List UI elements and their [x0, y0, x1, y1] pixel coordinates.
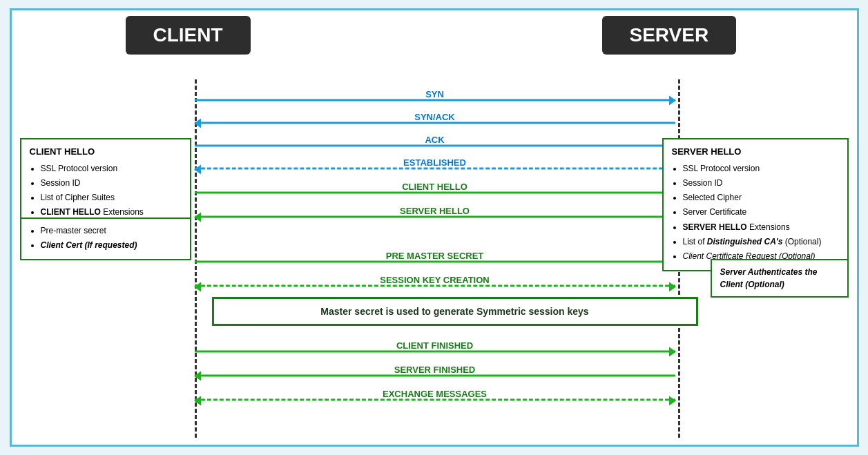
- pre-master-box: Pre-master secret Client Cert (If reques…: [20, 217, 191, 260]
- pre-master-label: PRE MASTER SECRET: [386, 251, 484, 261]
- client-header: CLIENT: [126, 16, 251, 55]
- client-hello-item-2: Session ID: [41, 177, 182, 190]
- syn-label: SYN: [425, 89, 444, 99]
- server-finished-arrow: SERVER FINISHED: [195, 365, 675, 386]
- session-key-line: [195, 285, 675, 287]
- syn-ack-label: SYN/ACK: [414, 112, 455, 122]
- client-hello-item-1: SSL Protocol version: [41, 162, 182, 175]
- server-hello-item-1: SSL Protocol version: [683, 162, 839, 175]
- master-secret-text: Master secret is used to generate Symmet…: [320, 306, 588, 317]
- syn-arrow-line: [195, 99, 675, 101]
- session-key-label: SESSION KEY CREATION: [380, 275, 489, 285]
- client-hello-item-3: List of Cipher Suites: [41, 191, 182, 204]
- exchange-messages-arrow: EXCHANGE MESSAGES: [195, 389, 675, 410]
- server-hello-item-3: Selected Cipher: [683, 191, 839, 204]
- pre-master-item-2: Client Cert (If requested): [41, 239, 182, 252]
- ack-line: [195, 145, 675, 147]
- server-auth-text: Server Authenticates theClient (Optional…: [720, 266, 839, 291]
- server-hello-label: SERVER HELLO: [400, 206, 470, 216]
- server-hello-box: SERVER HELLO SSL Protocol version Sessio…: [662, 138, 849, 271]
- client-hello-list: SSL Protocol version Session ID List of …: [30, 162, 182, 220]
- pre-master-line: [195, 261, 675, 263]
- server-hello-box-title: SERVER HELLO: [672, 145, 839, 159]
- server-hello-item-6: List of Distinguished CA's (Optional): [683, 235, 839, 249]
- server-finished-line: [195, 375, 675, 377]
- established-line: [195, 168, 675, 170]
- syn-ack-arrow: SYN/ACK: [195, 113, 675, 133]
- pre-master-item-1: Pre-master secret: [41, 224, 182, 238]
- server-hello-list: SSL Protocol version Session ID Selected…: [672, 162, 839, 263]
- ack-label: ACK: [425, 135, 444, 145]
- established-arrow: ESTABLISHED: [195, 158, 675, 179]
- server-hello-arrow: SERVER HELLO: [195, 206, 675, 227]
- established-label: ESTABLISHED: [403, 157, 466, 168]
- exchange-messages-line: [195, 399, 675, 401]
- master-secret-box: Master secret is used to generate Symmet…: [212, 297, 698, 326]
- session-key-arrow: SESSION KEY CREATION: [195, 275, 675, 296]
- client-hello-line: [195, 192, 675, 194]
- diagram-container: CLIENT SERVER SYN SYN/ACK ACK ESTABLISHE…: [10, 8, 859, 447]
- server-hello-line: [195, 216, 675, 218]
- syn-arrow: SYN: [195, 90, 675, 110]
- client-finished-line: [195, 351, 675, 353]
- server-label: SERVER: [630, 24, 709, 46]
- pre-master-arrow: PRE MASTER SECRET: [195, 251, 675, 272]
- client-finished-arrow: CLIENT FINISHED: [195, 341, 675, 362]
- server-finished-label: SERVER FINISHED: [394, 365, 476, 375]
- client-finished-label: CLIENT FINISHED: [396, 340, 473, 351]
- server-hello-item-5: SERVER HELLO Extensions: [683, 221, 839, 234]
- pre-master-list: Pre-master secret Client Cert (If reques…: [30, 224, 182, 252]
- server-header: SERVER: [602, 16, 737, 55]
- client-hello-box-title: CLIENT HELLO: [30, 145, 182, 159]
- server-hello-item-2: Session ID: [683, 177, 839, 190]
- client-hello-box: CLIENT HELLO SSL Protocol version Sessio…: [20, 138, 191, 228]
- ack-arrow: ACK: [195, 135, 675, 156]
- client-hello-label: CLIENT HELLO: [402, 182, 467, 192]
- server-auth-box: Server Authenticates theClient (Optional…: [711, 259, 849, 298]
- syn-ack-line: [195, 122, 675, 124]
- client-label: CLIENT: [153, 24, 223, 46]
- client-hello-arrow: CLIENT HELLO: [195, 182, 675, 203]
- exchange-messages-label: EXCHANGE MESSAGES: [383, 389, 487, 399]
- server-hello-item-4: Server Certificate: [683, 206, 839, 219]
